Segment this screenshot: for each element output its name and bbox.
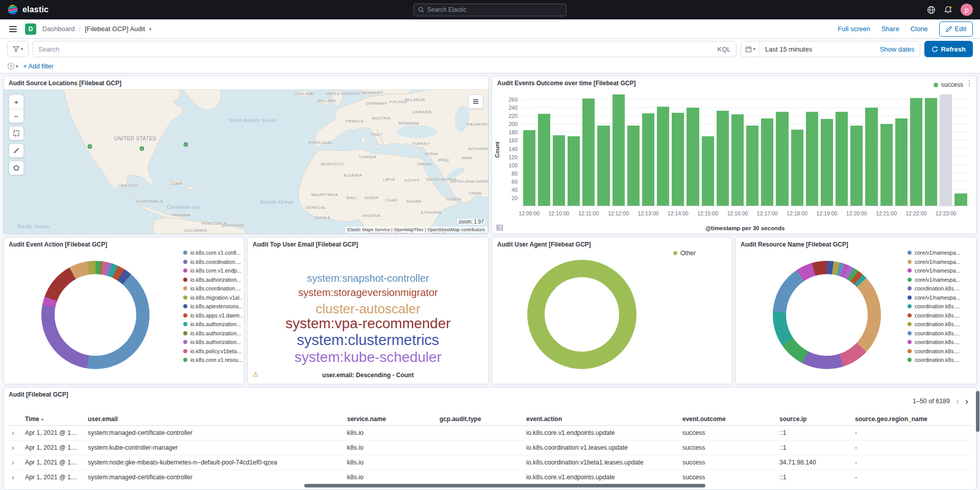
histogram-bar[interactable] [553,135,565,206]
table-header-Time[interactable]: Time▾ [21,413,84,426]
table-header-service.name[interactable]: service.name [343,413,435,426]
fit-bounds-button[interactable] [9,126,24,140]
tag-cloud-word[interactable]: system:clustermetrics [297,333,439,348]
table-header-source.geo.region_name[interactable]: source.geo.region_name [851,413,972,426]
legend-item[interactable]: core/v1/namespa... [908,259,974,265]
query-search-input[interactable] [38,45,718,53]
table-row[interactable]: ›Apr 1, 2021 @ 12:23:37.494system:manage… [8,426,972,440]
legend-item[interactable]: coordination.k8s.... [908,339,974,345]
breadcrumb-dashboard-link[interactable]: Dashboard [42,25,75,33]
histogram-bar[interactable] [597,126,609,206]
histogram-bar[interactable] [627,126,640,206]
legend-item[interactable]: io.k8s.core.v1.endp... [183,267,242,274]
previous-page-icon[interactable]: ‹ [956,397,959,406]
kql-language-button[interactable]: KQL [718,45,731,53]
table-header-event.outcome[interactable]: event.outcome [678,413,775,426]
histogram-bar[interactable] [850,126,863,206]
edit-button[interactable]: Edit [939,21,973,37]
legend-item[interactable]: core/v1/namespa... [908,277,974,283]
histogram-bar[interactable] [806,112,818,206]
histogram-bar[interactable] [672,113,684,206]
global-search[interactable] [413,4,567,16]
histogram-bar[interactable] [761,118,773,206]
histogram-bar[interactable] [523,130,535,206]
panel-options-icon[interactable]: ⋮ [966,79,973,86]
histogram-bar[interactable] [895,118,908,206]
legend-item[interactable]: io.k8s.migration.v1al... [183,295,242,301]
histogram-bar[interactable] [657,107,669,206]
user-agent-donut-chart[interactable] [527,260,636,369]
dashboard-app-badge[interactable]: D [25,23,36,35]
histogram-bar[interactable] [910,98,922,206]
filter-options-button[interactable]: ▾ [7,62,18,70]
legend-toggle-button[interactable] [496,224,503,231]
map-area[interactable]: UNITED STATESMEXICOCUBAGUATEMALAPANAMACO… [4,89,488,234]
query-search-field[interactable]: KQL [33,41,737,57]
horizontal-scrollbar-thumb[interactable] [304,484,705,487]
row-expand-icon[interactable]: › [12,473,14,481]
legend-item[interactable]: coordination.k8s.... [908,303,974,309]
zoom-in-button[interactable]: + [9,94,24,109]
time-range-button[interactable]: Last 15 minutes [760,45,817,53]
geo-point-marker[interactable] [88,144,92,149]
histogram-bar[interactable] [582,99,595,206]
legend-item[interactable]: coordination.k8s.... [908,330,974,336]
legend-item[interactable]: io.k8s.coordination.... [183,259,242,265]
histogram-legend-item-success[interactable]: success [934,81,963,88]
legend-item[interactable]: io.k8s.core.v1.confi... [183,250,242,256]
saved-query-menu-button[interactable]: ▾ [7,41,29,57]
tag-cloud-word[interactable]: system:storageversionmigrator [298,287,437,298]
table-header-event.action[interactable]: event.action [522,413,678,426]
user-avatar[interactable]: p [961,4,973,16]
legend-item[interactable]: io.k8s.authorization... [183,277,242,283]
add-filter-button[interactable]: + Add filter [23,63,54,70]
histogram-bar[interactable] [731,114,744,206]
row-expand-icon[interactable]: › [12,443,14,452]
tag-cloud-word[interactable]: system:vpa-recommender [285,316,451,331]
table-header-gcp.audit.type[interactable]: gcp.audit.type [435,413,522,426]
legend-item[interactable]: io.k8s.authorization... [183,330,242,336]
legend-item[interactable]: coordination.k8s.... [908,348,974,354]
measure-tool-button[interactable] [9,143,24,158]
share-button[interactable]: Share [881,25,899,33]
row-expand-icon[interactable]: › [12,428,14,437]
next-page-icon[interactable]: › [965,397,968,406]
map-layers-button[interactable] [468,94,483,109]
legend-item[interactable]: coordination.k8s.... [908,285,974,291]
row-expand-icon[interactable]: › [12,458,14,467]
full-screen-button[interactable]: Full screen [838,25,870,33]
legend-item[interactable]: io.k8s.core.v1.resou... [183,357,242,363]
vertical-scrollbar-thumb[interactable] [976,391,979,432]
global-search-input[interactable] [427,6,562,13]
legend-item[interactable]: coordination.k8s.... [908,312,974,318]
histogram-bar[interactable] [568,136,580,206]
zoom-out-button[interactable]: − [9,109,24,123]
histogram-bar[interactable] [954,193,967,206]
histogram-bar[interactable] [687,108,699,206]
tag-cloud-word[interactable]: system:kube-scheduler [295,350,442,364]
menu-hamburger-icon[interactable] [7,24,19,34]
breadcrumb-current-title[interactable]: [Filebeat GCP] Audit [85,25,145,33]
table-row[interactable]: ›Apr 1, 2021 @ 12:23:35.500system:node:g… [8,455,972,470]
legend-item[interactable]: io.k8s.apiextensions... [183,303,242,309]
histogram-bar[interactable] [746,126,758,206]
tag-cloud-word[interactable]: cluster-autoscaler [315,302,420,315]
histogram-bar[interactable] [880,124,893,206]
warning-icon[interactable]: ⚠ [253,371,259,378]
histogram-bar[interactable] [612,94,625,206]
histogram-bar[interactable] [925,98,937,206]
legend-item[interactable]: io.k8s.policy.v1beta... [183,348,242,354]
globe-icon[interactable] [927,6,936,14]
histogram-bar[interactable] [821,119,833,206]
tag-cloud-word[interactable]: system:snapshot-controller [307,273,429,283]
legend-item[interactable]: Other [673,250,729,257]
histogram-bar[interactable] [836,112,848,206]
legend-item[interactable]: io.k8s.authorization... [183,321,242,327]
histogram-bar[interactable] [776,112,788,206]
legend-item[interactable]: core/v1/namespa... [908,267,974,274]
histogram-bar[interactable] [642,113,654,206]
table-header-source.ip[interactable]: source.ip [775,413,851,426]
calendar-menu-button[interactable]: ▾ [741,41,761,57]
geo-point-marker[interactable] [184,142,188,147]
legend-item[interactable]: io.k8s.authorization... [183,339,242,345]
